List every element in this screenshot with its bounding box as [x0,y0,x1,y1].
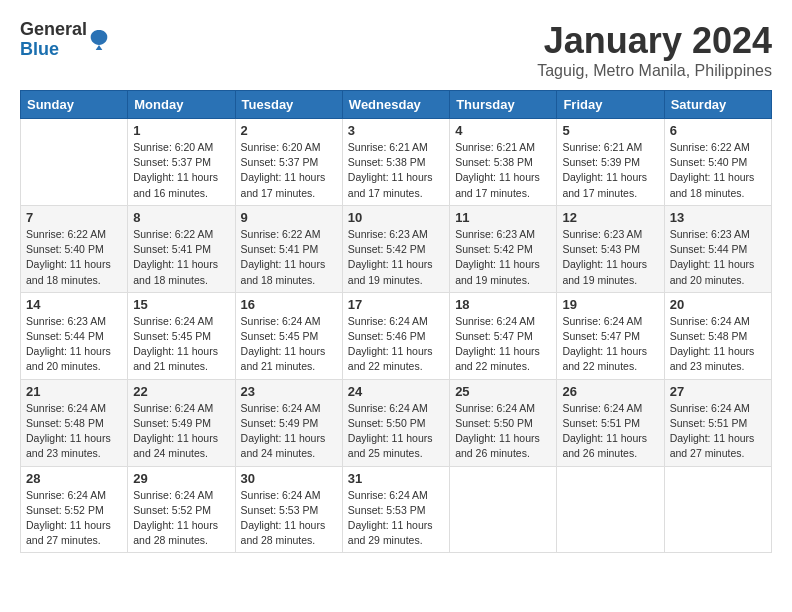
daylight-text: Daylight: 11 hours and 21 minutes. [133,345,218,372]
day-number: 29 [133,471,229,486]
location-title: Taguig, Metro Manila, Philippines [537,62,772,80]
sunset-text: Sunset: 5:47 PM [562,330,640,342]
daylight-text: Daylight: 11 hours and 17 minutes. [348,171,433,198]
cell-content: Sunrise: 6:21 AM Sunset: 5:39 PM Dayligh… [562,140,658,201]
daylight-text: Daylight: 11 hours and 22 minutes. [562,345,647,372]
logo-blue-text: Blue [20,40,87,60]
daylight-text: Daylight: 11 hours and 29 minutes. [348,519,433,546]
day-number: 14 [26,297,122,312]
calendar-cell [450,466,557,553]
day-number: 8 [133,210,229,225]
daylight-text: Daylight: 11 hours and 17 minutes. [241,171,326,198]
day-number: 4 [455,123,551,138]
sunset-text: Sunset: 5:43 PM [562,243,640,255]
calendar-cell: 11 Sunrise: 6:23 AM Sunset: 5:42 PM Dayl… [450,205,557,292]
sunrise-text: Sunrise: 6:24 AM [26,402,106,414]
daylight-text: Daylight: 11 hours and 22 minutes. [455,345,540,372]
daylight-text: Daylight: 11 hours and 18 minutes. [670,171,755,198]
cell-content: Sunrise: 6:20 AM Sunset: 5:37 PM Dayligh… [133,140,229,201]
svg-marker-0 [96,45,103,50]
daylight-text: Daylight: 11 hours and 25 minutes. [348,432,433,459]
sunset-text: Sunset: 5:44 PM [670,243,748,255]
sunset-text: Sunset: 5:42 PM [455,243,533,255]
sunrise-text: Sunrise: 6:24 AM [348,402,428,414]
sunrise-text: Sunrise: 6:24 AM [455,315,535,327]
daylight-text: Daylight: 11 hours and 28 minutes. [133,519,218,546]
sunrise-text: Sunrise: 6:20 AM [241,141,321,153]
calendar-cell [557,466,664,553]
day-number: 13 [670,210,766,225]
sunrise-text: Sunrise: 6:24 AM [133,489,213,501]
daylight-text: Daylight: 11 hours and 18 minutes. [241,258,326,285]
calendar-cell: 19 Sunrise: 6:24 AM Sunset: 5:47 PM Dayl… [557,292,664,379]
calendar-cell: 27 Sunrise: 6:24 AM Sunset: 5:51 PM Dayl… [664,379,771,466]
sunset-text: Sunset: 5:41 PM [241,243,319,255]
sunset-text: Sunset: 5:40 PM [26,243,104,255]
sunset-text: Sunset: 5:52 PM [26,504,104,516]
calendar-day-header: Friday [557,91,664,119]
calendar-cell: 9 Sunrise: 6:22 AM Sunset: 5:41 PM Dayli… [235,205,342,292]
cell-content: Sunrise: 6:24 AM Sunset: 5:45 PM Dayligh… [241,314,337,375]
calendar-cell: 30 Sunrise: 6:24 AM Sunset: 5:53 PM Dayl… [235,466,342,553]
cell-content: Sunrise: 6:23 AM Sunset: 5:44 PM Dayligh… [26,314,122,375]
cell-content: Sunrise: 6:24 AM Sunset: 5:52 PM Dayligh… [133,488,229,549]
sunrise-text: Sunrise: 6:24 AM [133,315,213,327]
calendar-cell: 6 Sunrise: 6:22 AM Sunset: 5:40 PM Dayli… [664,119,771,206]
calendar-day-header: Monday [128,91,235,119]
daylight-text: Daylight: 11 hours and 18 minutes. [133,258,218,285]
sunset-text: Sunset: 5:37 PM [133,156,211,168]
month-title: January 2024 [537,20,772,62]
day-number: 1 [133,123,229,138]
sunset-text: Sunset: 5:38 PM [455,156,533,168]
cell-content: Sunrise: 6:23 AM Sunset: 5:42 PM Dayligh… [455,227,551,288]
daylight-text: Daylight: 11 hours and 27 minutes. [26,519,111,546]
cell-content: Sunrise: 6:24 AM Sunset: 5:51 PM Dayligh… [562,401,658,462]
daylight-text: Daylight: 11 hours and 19 minutes. [348,258,433,285]
sunset-text: Sunset: 5:48 PM [670,330,748,342]
calendar-cell: 20 Sunrise: 6:24 AM Sunset: 5:48 PM Dayl… [664,292,771,379]
calendar-cell: 22 Sunrise: 6:24 AM Sunset: 5:49 PM Dayl… [128,379,235,466]
daylight-text: Daylight: 11 hours and 26 minutes. [455,432,540,459]
calendar-cell: 13 Sunrise: 6:23 AM Sunset: 5:44 PM Dayl… [664,205,771,292]
calendar-cell: 17 Sunrise: 6:24 AM Sunset: 5:46 PM Dayl… [342,292,449,379]
calendar-cell: 10 Sunrise: 6:23 AM Sunset: 5:42 PM Dayl… [342,205,449,292]
day-number: 12 [562,210,658,225]
cell-content: Sunrise: 6:22 AM Sunset: 5:40 PM Dayligh… [26,227,122,288]
sunrise-text: Sunrise: 6:24 AM [670,315,750,327]
calendar-cell: 23 Sunrise: 6:24 AM Sunset: 5:49 PM Dayl… [235,379,342,466]
sunrise-text: Sunrise: 6:24 AM [241,402,321,414]
day-number: 2 [241,123,337,138]
cell-content: Sunrise: 6:23 AM Sunset: 5:43 PM Dayligh… [562,227,658,288]
sunset-text: Sunset: 5:46 PM [348,330,426,342]
calendar-header-row: SundayMondayTuesdayWednesdayThursdayFrid… [21,91,772,119]
sunrise-text: Sunrise: 6:24 AM [562,402,642,414]
daylight-text: Daylight: 11 hours and 16 minutes. [133,171,218,198]
day-number: 7 [26,210,122,225]
daylight-text: Daylight: 11 hours and 19 minutes. [455,258,540,285]
day-number: 10 [348,210,444,225]
daylight-text: Daylight: 11 hours and 21 minutes. [241,345,326,372]
day-number: 28 [26,471,122,486]
calendar-week-row: 7 Sunrise: 6:22 AM Sunset: 5:40 PM Dayli… [21,205,772,292]
cell-content: Sunrise: 6:24 AM Sunset: 5:48 PM Dayligh… [670,314,766,375]
calendar-cell: 25 Sunrise: 6:24 AM Sunset: 5:50 PM Dayl… [450,379,557,466]
day-number: 5 [562,123,658,138]
daylight-text: Daylight: 11 hours and 28 minutes. [241,519,326,546]
cell-content: Sunrise: 6:24 AM Sunset: 5:47 PM Dayligh… [455,314,551,375]
calendar-day-header: Saturday [664,91,771,119]
daylight-text: Daylight: 11 hours and 24 minutes. [241,432,326,459]
sunset-text: Sunset: 5:48 PM [26,417,104,429]
sunset-text: Sunset: 5:37 PM [241,156,319,168]
day-number: 11 [455,210,551,225]
calendar-table: SundayMondayTuesdayWednesdayThursdayFrid… [20,90,772,553]
calendar-cell: 29 Sunrise: 6:24 AM Sunset: 5:52 PM Dayl… [128,466,235,553]
day-number: 30 [241,471,337,486]
day-number: 9 [241,210,337,225]
sunrise-text: Sunrise: 6:23 AM [562,228,642,240]
calendar-cell: 8 Sunrise: 6:22 AM Sunset: 5:41 PM Dayli… [128,205,235,292]
sunset-text: Sunset: 5:44 PM [26,330,104,342]
cell-content: Sunrise: 6:24 AM Sunset: 5:49 PM Dayligh… [241,401,337,462]
sunset-text: Sunset: 5:49 PM [133,417,211,429]
sunrise-text: Sunrise: 6:24 AM [348,489,428,501]
day-number: 6 [670,123,766,138]
